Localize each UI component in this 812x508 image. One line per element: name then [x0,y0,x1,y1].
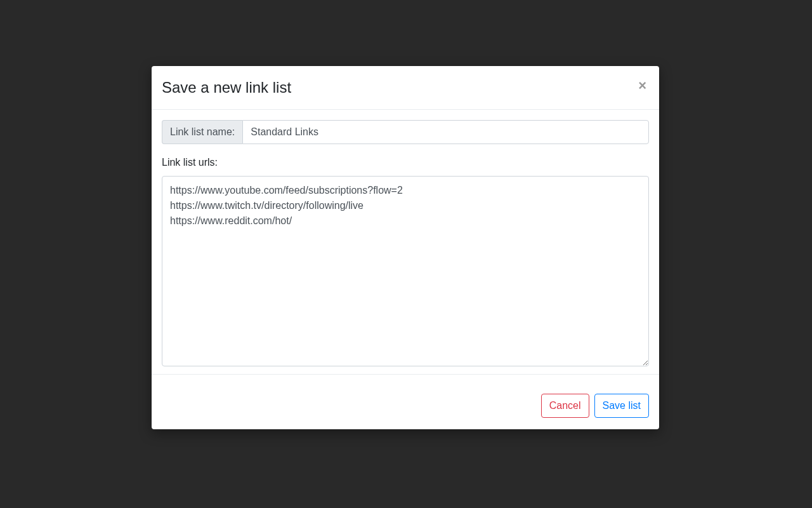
modal-title: Save a new link list [162,76,291,99]
modal-body: Link list name: Link list urls: [152,110,659,374]
modal-footer: Cancel Save list [152,374,659,429]
save-list-button[interactable]: Save list [594,394,649,418]
close-icon: × [638,77,646,93]
cancel-button[interactable]: Cancel [541,394,589,418]
urls-label: Link list urls: [162,157,649,168]
link-list-name-input[interactable] [242,120,649,144]
close-button[interactable]: × [636,76,649,95]
modal-header: Save a new link list × [152,66,659,110]
save-link-list-modal: Save a new link list × Link list name: L… [152,66,659,429]
name-input-group: Link list name: [162,120,649,144]
name-input-label: Link list name: [162,120,242,144]
link-list-urls-textarea[interactable] [162,176,649,366]
